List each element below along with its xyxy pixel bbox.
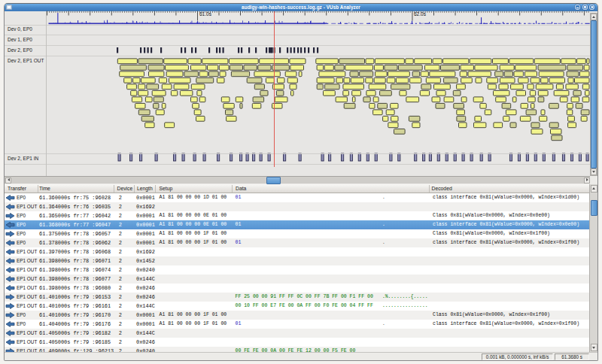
svg-text:62.0s: 62.0s [414,11,427,17]
svg-text:61.0s: 61.0s [199,11,212,17]
